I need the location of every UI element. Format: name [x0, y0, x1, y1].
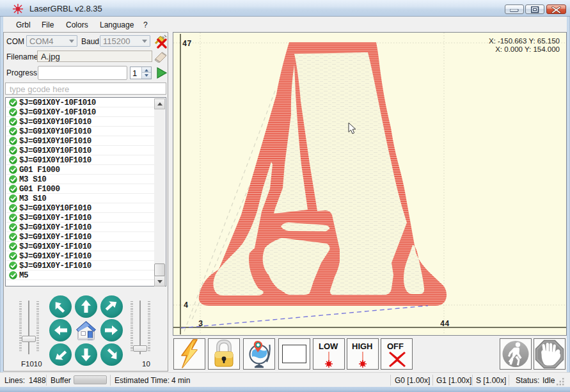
svg-text:47: 47 [182, 40, 191, 49]
svg-text:X: -150.663 Y: 65.150: X: -150.663 Y: 65.150 [489, 37, 560, 45]
svg-text:X: 0.000 Y: 154.000: X: 0.000 Y: 154.000 [495, 45, 560, 53]
svg-text:4: 4 [184, 301, 188, 310]
svg-text:3: 3 [198, 320, 203, 329]
svg-text:44: 44 [440, 320, 449, 329]
